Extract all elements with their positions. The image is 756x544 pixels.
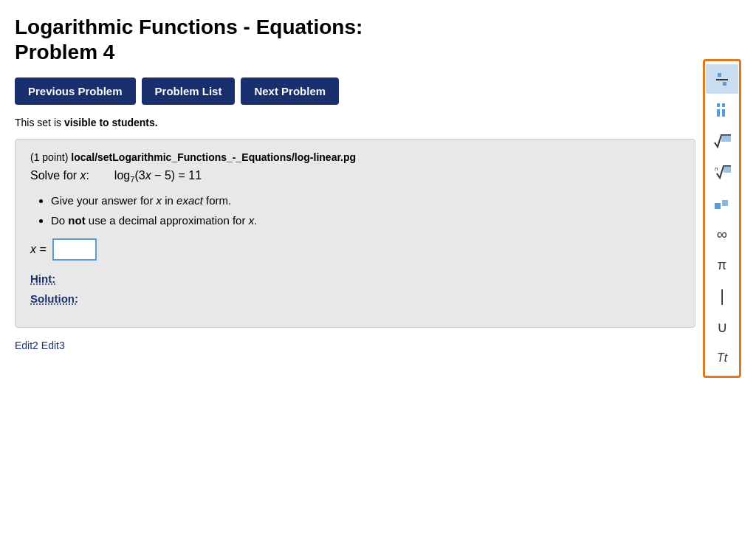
fraction-button[interactable]	[706, 64, 738, 94]
svg-rect-2	[723, 82, 726, 86]
union-symbol: ∪	[717, 318, 728, 336]
page-title-line1: Logarithmic Functions - Equations:	[15, 16, 362, 38]
svg-rect-11	[722, 200, 728, 206]
next-problem-button[interactable]: Next Problem	[241, 78, 339, 105]
svg-rect-9	[724, 166, 731, 173]
pi-symbol: π	[718, 258, 726, 273]
visibility-text: This set is	[15, 117, 64, 128]
edit2-link[interactable]: Edit2	[15, 340, 38, 351]
sqrt-button[interactable]	[706, 126, 738, 156]
problem-instructions: Give your answer for x in exact form. Do…	[30, 194, 680, 227]
pi-button[interactable]: π	[706, 250, 738, 280]
problem-box: (1 point) local/setLogarithmic_Functions…	[15, 139, 695, 328]
absolute-value-button[interactable]	[706, 95, 738, 125]
svg-rect-7	[721, 135, 731, 142]
equation-display: log7(3x − 5) = 11	[101, 169, 202, 184]
svg-rect-4	[722, 103, 725, 107]
infinity-symbol: ∞	[717, 226, 727, 243]
problem-file: local/setLogarithmic_Functions_-_Equatio…	[71, 151, 356, 163]
text-mode-button[interactable]: Tt	[706, 343, 738, 373]
problem-list-button[interactable]: Problem List	[142, 78, 236, 105]
instruction-1: Give your answer for x in exact form.	[51, 194, 680, 207]
problem-points: (1 point)	[30, 151, 68, 163]
edit3-link[interactable]: Edit3	[41, 340, 65, 351]
problem-header: (1 point) local/setLogarithmic_Functions…	[30, 151, 680, 163]
edit-links: Edit2 Edit3	[15, 340, 695, 351]
nthroot-icon: n	[712, 162, 732, 182]
visibility-note: This set is visible to students.	[15, 117, 695, 128]
solution-link[interactable]: Solution:	[30, 292, 78, 305]
answer-input[interactable]	[52, 238, 97, 261]
page-title: Logarithmic Functions - Equations: Probl…	[15, 15, 695, 64]
svg-rect-10	[715, 203, 721, 209]
hint-container: Hint:	[30, 272, 680, 292]
previous-problem-button[interactable]: Previous Problem	[15, 78, 136, 105]
svg-text:n: n	[715, 165, 718, 172]
solve-for-label: Solve for x:	[30, 169, 89, 182]
infinity-button[interactable]: ∞	[706, 219, 738, 249]
pipe-symbol: |	[720, 286, 724, 306]
frac-icon	[712, 69, 732, 89]
svg-rect-6	[722, 109, 725, 117]
hint-link[interactable]: Hint:	[30, 272, 55, 285]
nav-buttons: Previous Problem Problem List Next Probl…	[15, 78, 695, 105]
problem-equation: Solve for x: log7(3x − 5) = 11	[30, 169, 680, 184]
page-title-line2: Problem 4	[15, 41, 114, 63]
superscript-icon	[712, 193, 732, 213]
text-symbol: Tt	[717, 351, 727, 365]
union-button[interactable]: ∪	[706, 312, 738, 342]
sqrt-icon	[712, 131, 732, 151]
abs-icon	[712, 100, 732, 120]
superscript-button[interactable]	[706, 188, 738, 218]
svg-rect-5	[717, 109, 720, 117]
answer-label: x =	[30, 243, 47, 256]
svg-rect-0	[718, 73, 721, 77]
answer-row: x =	[30, 238, 680, 261]
pipe-button[interactable]: |	[706, 281, 738, 311]
solution-container: Solution:	[30, 292, 680, 315]
svg-rect-3	[717, 103, 720, 107]
right-toolbar: n ∞ π | ∪ Tt	[703, 59, 741, 378]
nth-root-button[interactable]: n	[706, 157, 738, 187]
instruction-2: Do not use a decimal approximation for x…	[51, 214, 680, 227]
visibility-bold: visible to students.	[64, 117, 158, 128]
